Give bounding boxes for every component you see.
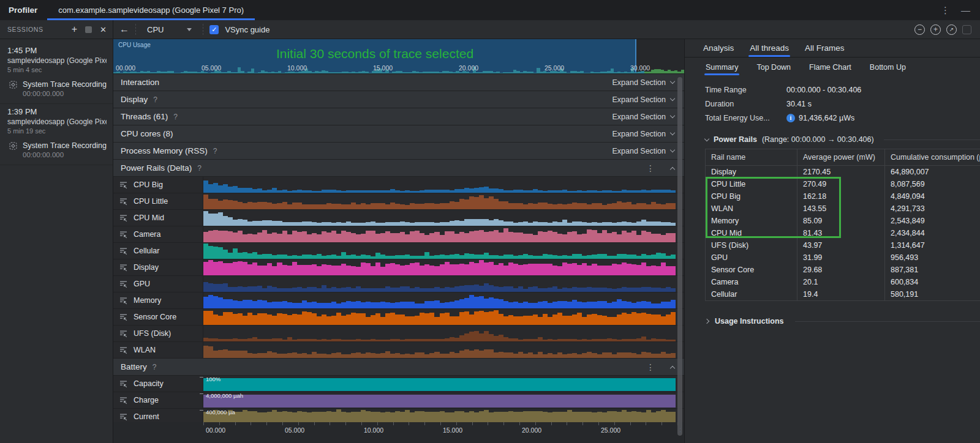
rail-chart-wlan[interactable] (203, 342, 676, 358)
cpu-usage-timeline[interactable]: CPU Usage Initial 30 seconds of trace se… (113, 39, 684, 74)
cpu-usage-sparkline (113, 64, 684, 73)
table-row[interactable]: UFS (Disk)43.971,314,647 (706, 239, 980, 251)
section-header-display[interactable]: Display ? Expand Section (113, 91, 684, 108)
power-rails-range: (Range: 00:00.000 → 00:30.406) (762, 135, 874, 144)
rail-chart-cpu-big[interactable] (203, 177, 676, 193)
zoom-out-icon[interactable]: − (914, 24, 925, 35)
system-trace-icon (9, 141, 18, 151)
stop-recording-icon[interactable] (85, 26, 92, 33)
minimize-icon[interactable]: — (961, 5, 970, 15)
section-header-power-rails[interactable]: Power Rails (Delta) ? ⋮ (113, 160, 684, 176)
table-cell: Cellular (706, 288, 797, 300)
session-recording-item[interactable]: System Trace Recording 00:00:00.000 (0, 137, 113, 165)
subtab-summary[interactable]: Summary (706, 63, 738, 76)
rail-label: Camera (134, 230, 160, 239)
power-rail-row-gpu[interactable]: GPU (113, 276, 684, 292)
help-icon[interactable]: ? (213, 147, 217, 155)
power-rail-row-wlan[interactable]: WLAN (113, 342, 684, 358)
rail-chart-camera[interactable] (203, 226, 676, 242)
help-icon[interactable]: ? (153, 363, 157, 371)
power-rail-row-cpu-little[interactable]: CPU Little (113, 193, 684, 209)
session-recording-item[interactable]: System Trace Recording 00:00:00.000 (0, 76, 113, 104)
table-row[interactable]: Camera20.1600,834 (706, 276, 980, 288)
axis-tick-label: 15.000 (373, 64, 393, 72)
back-arrow-icon[interactable]: ← (119, 24, 129, 35)
track-options-icon[interactable]: ⋮ (646, 163, 655, 173)
power-rails-table-header[interactable]: Power Rails (Range: 00:00.000 → 00:30.40… (705, 135, 980, 144)
collapse-icon[interactable] (670, 365, 675, 370)
battery-row-current[interactable]: Current 400,000 µa (113, 409, 684, 422)
power-rail-row-cpu-mid[interactable]: CPU Mid (113, 210, 684, 226)
table-row[interactable]: CPU Little270.498,087,569 (706, 178, 980, 190)
document-tab[interactable]: com.example.samplevideosapp (Google Pixe… (47, 0, 255, 20)
collapse-icon[interactable] (670, 166, 675, 171)
rail-label: Sensor Core (134, 313, 176, 321)
subtab-flame-chart[interactable]: Flame Chart (809, 63, 851, 76)
help-icon[interactable]: ? (173, 113, 178, 121)
power-rail-row-display[interactable]: Display (113, 259, 684, 275)
table-row[interactable]: Memory85.092,543,849 (706, 215, 980, 227)
analysis-tabs: AnalysisAll threadsAll Frames (685, 39, 980, 58)
tab-all-frames[interactable]: All Frames (805, 43, 845, 57)
rail-chart-gpu[interactable] (203, 276, 676, 292)
vertical-scrollbar[interactable] (677, 77, 682, 436)
power-rail-row-cpu-big[interactable]: CPU Big (113, 177, 684, 193)
tab-all-threads[interactable]: All threads (750, 43, 789, 57)
rail-chart-cellular[interactable] (203, 243, 676, 259)
rail-chart-memory[interactable] (203, 292, 676, 308)
power-rail-row-sensor-core[interactable]: Sensor Core (113, 309, 684, 325)
power-rail-row-ufs-disk[interactable]: UFS (Disk) (113, 326, 684, 341)
rail-chart-ufs-disk[interactable] (203, 326, 676, 341)
table-row[interactable]: CPU Mid81.432,434,844 (706, 227, 980, 239)
power-rail-row-cellular[interactable]: Cellular (113, 243, 684, 259)
session-item[interactable]: 1:39 PM samplevideosapp (Google Pixel ..… (0, 104, 113, 137)
vsync-checkbox[interactable]: ✓ (209, 25, 219, 34)
view-selector-dropdown[interactable]: CPU (142, 24, 197, 35)
help-icon[interactable]: ? (153, 95, 157, 104)
power-rail-row-memory[interactable]: Memory (113, 292, 684, 308)
battery-chart-charge[interactable]: 4,000,000 µah (203, 392, 676, 408)
chevron-down-icon (670, 96, 675, 101)
section-header-battery[interactable]: Battery ? ⋮ (113, 359, 684, 375)
table-row[interactable]: Display2170.4564,890,007 (706, 166, 980, 178)
axis-tick-marks (203, 422, 680, 425)
usage-instructions-header[interactable]: Usage Instructions (705, 317, 980, 326)
track-pin-icon (119, 346, 127, 354)
table-row[interactable]: Cellular19.4580,191 (706, 288, 980, 300)
rail-chart-cpu-mid[interactable] (203, 210, 676, 226)
track-options-icon[interactable]: ⋮ (646, 362, 655, 372)
section-header-interaction[interactable]: Interaction Expand Section (113, 74, 684, 91)
table-row[interactable]: WLAN143.554,291,733 (706, 203, 980, 215)
table-row[interactable]: CPU Big162.184,849,094 (706, 190, 980, 203)
reset-zoom-icon[interactable]: ↗ (946, 24, 957, 35)
battery-chart-current[interactable]: 400,000 µa (203, 409, 676, 422)
more-options-icon[interactable]: ⋮ (941, 5, 950, 16)
close-session-icon[interactable]: ✕ (100, 25, 107, 34)
section-header-threads-61[interactable]: Threads (61) ? Expand Section (113, 108, 684, 125)
rail-chart-sensor-core[interactable] (203, 309, 676, 325)
rail-chart-cpu-little[interactable] (203, 193, 676, 209)
info-icon[interactable]: i (786, 114, 795, 122)
zoom-in-icon[interactable]: + (930, 24, 941, 35)
section-header-process-memory-rss[interactable]: Process Memory (RSS) ? Expand Section (113, 143, 684, 159)
battery-chart-capacity[interactable]: 100% (203, 376, 676, 392)
sessions-panel: 1:45 PM samplevideosapp (Google Pixel ..… (0, 39, 113, 443)
table-row[interactable]: Sensor Core29.68887,381 (706, 264, 980, 276)
help-icon[interactable]: ? (197, 164, 202, 173)
battery-row-capacity[interactable]: Capacity 100% (113, 376, 684, 392)
column-header[interactable]: Rail name (706, 149, 797, 165)
section-header-cpu-cores-8[interactable]: CPU cores (8) Expand Section (113, 125, 684, 142)
session-item[interactable]: 1:45 PM samplevideosapp (Google Pixel ..… (0, 43, 113, 76)
zoom-to-selection-icon[interactable] (962, 25, 971, 34)
battery-row-charge[interactable]: Charge 4,000,000 µah (113, 392, 684, 408)
power-rail-row-camera[interactable]: Camera (113, 226, 684, 242)
table-row[interactable]: GPU31.99956,493 (706, 251, 980, 264)
rail-chart-display[interactable] (203, 259, 676, 275)
subtab-top-down[interactable]: Top Down (756, 63, 791, 76)
column-header[interactable]: Cumulative consumption (µWs) (885, 149, 980, 165)
tab-analysis[interactable]: Analysis (703, 43, 734, 57)
column-header[interactable]: Average power (mW) (797, 149, 885, 165)
add-session-icon[interactable]: + (72, 24, 77, 34)
subtab-bottom-up[interactable]: Bottom Up (870, 63, 906, 76)
selection-annotation: Initial 30 seconds of trace selected (113, 47, 636, 61)
